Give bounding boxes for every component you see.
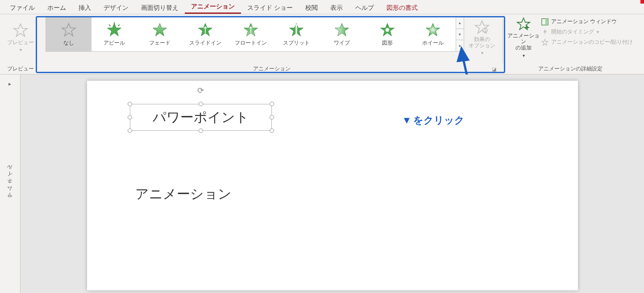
star-fade-icon (152, 22, 167, 37)
thumbnail-rail-label: サムネイル (6, 166, 14, 202)
resize-handle[interactable] (128, 115, 132, 120)
star-split-icon (289, 22, 304, 37)
effect-options-label: 効果の オプション (469, 37, 495, 49)
animation-gallery-wrap: なし アピール (46, 17, 464, 52)
resize-handle[interactable] (270, 102, 274, 106)
svg-point-13 (385, 28, 389, 32)
gallery-expand[interactable]: ▾ (456, 40, 464, 51)
anim-item-appear[interactable]: アピール (91, 17, 137, 51)
tab-design[interactable]: デザイン (97, 1, 135, 14)
slide[interactable]: パワーポイント ⟳ アニメーション ▼をクリック (87, 81, 578, 290)
star-none-icon (61, 22, 76, 37)
svg-rect-21 (545, 18, 548, 25)
trigger-icon (541, 29, 548, 36)
tab-shape-format[interactable]: 図形の書式 (380, 1, 424, 14)
tab-review[interactable]: 校閲 (299, 1, 324, 14)
group-preview: プレビュー プレビュー (0, 17, 41, 74)
anim-item-label: フロートイン (235, 39, 267, 47)
star-icon (13, 23, 28, 38)
resize-handle[interactable] (128, 102, 132, 106)
star-wipe-icon (334, 22, 349, 37)
anim-item-label: フェード (149, 39, 170, 47)
painter-icon (541, 39, 548, 46)
svg-marker-14 (426, 23, 440, 36)
slide-body-text: アニメーション (135, 185, 232, 203)
star-appear-icon (107, 22, 122, 37)
svg-line-5 (118, 25, 119, 26)
tab-help[interactable]: ヘルプ (349, 1, 380, 14)
animation-painter-button[interactable]: アニメーションのコピー/貼り付け (541, 38, 633, 46)
star-shape-icon (380, 22, 395, 37)
slide-area: パワーポイント ⟳ アニメーション ▼をクリック (21, 74, 644, 293)
anim-item-wipe[interactable]: ワイプ (319, 17, 365, 51)
preview-button[interactable]: プレビュー (4, 17, 37, 58)
gallery-scroll-down[interactable]: ▾ (456, 29, 464, 41)
anim-item-flyin[interactable]: スライドイン (183, 17, 228, 51)
preview-label: プレビュー (7, 40, 34, 46)
resize-handle[interactable] (270, 128, 274, 133)
gallery-scroll-up[interactable]: ▴ (456, 17, 464, 29)
annotation-text: をクリック (413, 114, 465, 127)
resize-handle[interactable] (199, 128, 203, 133)
animation-pane-label: アニメーション ウィンドウ (551, 18, 617, 25)
svg-marker-22 (542, 39, 548, 45)
svg-marker-6 (153, 23, 166, 36)
add-animation-label: アニメーション の追加 (507, 33, 540, 51)
group-label-text: アニメーション (253, 65, 291, 73)
star-gear-icon (474, 20, 490, 35)
anim-item-wheel[interactable]: ホイール (410, 17, 456, 51)
group-advanced: アニメーション の追加 アニメーション ウィンドウ 開始のタイミング (503, 17, 637, 74)
titlebar-accent (640, 0, 644, 4)
star-wheel-icon (425, 22, 440, 37)
add-animation-button[interactable]: アニメーション の追加 (507, 17, 540, 58)
tab-animations[interactable]: アニメーション (185, 0, 241, 14)
group-label-advanced: アニメーションの詳細設定 (507, 63, 633, 74)
selected-textbox[interactable]: パワーポイント ⟳ (130, 104, 272, 131)
tab-home[interactable]: ホーム (41, 1, 72, 14)
svg-marker-11 (335, 23, 349, 36)
anim-item-floatin[interactable]: フロートイン (228, 17, 274, 51)
animation-dialog-launcher[interactable]: ◪ (491, 66, 497, 72)
anim-item-none[interactable]: なし (46, 17, 91, 51)
anim-item-label: スプリット (283, 39, 310, 47)
painter-label: アニメーションのコピー/貼り付け (551, 38, 633, 46)
tab-slideshow[interactable]: スライド ショー (241, 1, 299, 14)
anim-item-label: なし (63, 39, 74, 47)
tab-file[interactable]: ファイル (4, 1, 41, 14)
group-label-animation: アニメーション ◪ (46, 63, 498, 74)
group-label-preview: プレビュー (4, 63, 37, 74)
anim-item-label: ホイール (422, 39, 444, 47)
pane-icon (541, 18, 548, 25)
resize-handle[interactable] (199, 102, 203, 106)
star-floatin-icon (243, 22, 258, 37)
tab-transitions[interactable]: 画面切り替え (135, 1, 185, 14)
textbox-text: パワーポイント (153, 108, 249, 127)
resize-handle[interactable] (270, 115, 274, 120)
annotation-marker: ▼ (402, 115, 412, 126)
animation-gallery: なし アピール (46, 17, 464, 52)
anim-item-split[interactable]: スプリット (274, 17, 319, 51)
svg-rect-10 (295, 24, 297, 36)
anim-item-fade[interactable]: フェード (137, 17, 183, 51)
animation-pane-button[interactable]: アニメーション ウィンドウ (541, 18, 633, 25)
svg-marker-1 (62, 23, 75, 36)
tab-insert[interactable]: 挿入 (72, 1, 97, 14)
svg-line-4 (109, 25, 110, 26)
anim-item-label: ワイプ (334, 39, 350, 47)
thumbnail-rail[interactable]: ▸ サムネイル (0, 74, 21, 293)
trigger-button[interactable]: 開始のタイミング (541, 28, 633, 36)
ribbon-tabstrip: ファイル ホーム 挿入 デザイン 画面切り替え アニメーション スライド ショー… (0, 0, 644, 14)
anim-item-label: スライドイン (189, 39, 221, 47)
anim-item-shape[interactable]: 図形 (365, 17, 410, 51)
ribbon: プレビュー プレビュー なし (0, 14, 644, 74)
group-animation: なし アピール (41, 17, 503, 74)
tab-view[interactable]: 表示 (324, 1, 349, 14)
effect-options-button[interactable]: 効果の オプション (466, 17, 498, 58)
thumbnail-expand-icon[interactable]: ▸ (8, 81, 12, 87)
annotation-callout: ▼をクリック (402, 114, 465, 127)
workspace: ▸ サムネイル パワーポイント ⟳ アニメーション ▼をクリック (0, 74, 644, 293)
resize-handle[interactable] (128, 128, 132, 133)
rotate-handle-icon[interactable]: ⟳ (196, 86, 205, 95)
star-plus-icon (516, 17, 531, 31)
anim-item-label: 図形 (382, 39, 393, 47)
